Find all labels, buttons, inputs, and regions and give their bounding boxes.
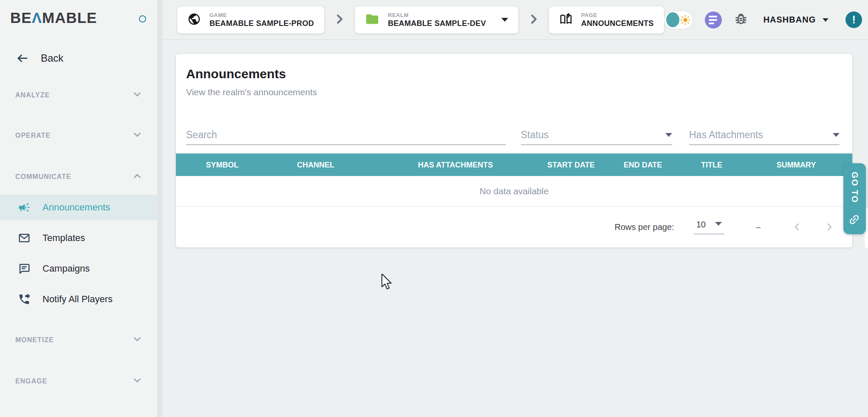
- chat-icon: [18, 262, 31, 275]
- sidebar-scrollbar[interactable]: [157, 0, 161, 417]
- section-label: COMMUNICATE: [15, 173, 71, 181]
- filter-icon[interactable]: [705, 11, 722, 28]
- section-label: MONETIZE: [15, 336, 54, 344]
- mouse-cursor: [381, 274, 394, 292]
- alert-icon[interactable]: !: [845, 11, 862, 28]
- rows-per-page-select[interactable]: 10: [694, 220, 724, 234]
- sidebar-item-announcements[interactable]: Announcements: [0, 195, 158, 220]
- megaphone-icon: [18, 201, 31, 214]
- back-button[interactable]: Back: [16, 52, 63, 65]
- topbar: GAME BEAMABLE SAMPLE-PROD REALM BEAMABLE…: [163, 0, 868, 40]
- sidebar-item-notify-all-players[interactable]: Notify All Players: [0, 287, 158, 312]
- phone-forwarded-icon: [18, 293, 31, 306]
- sidebar-section-operate[interactable]: OPERATE: [0, 127, 158, 145]
- sidebar-item-label: Templates: [42, 233, 85, 244]
- sidebar-section-monetize[interactable]: MONETIZE: [0, 331, 158, 349]
- caret-down-icon: [823, 18, 828, 22]
- sidebar-item-label: Campaigns: [42, 263, 90, 274]
- mail-icon: [18, 232, 31, 244]
- column-header-has-attachments: HAS ATTACHMENTS: [418, 160, 493, 169]
- chevron-right-icon: [527, 13, 540, 27]
- globe-icon: [187, 12, 201, 28]
- column-header-title: TITLE: [701, 160, 722, 169]
- org-name: HASHBANG: [763, 15, 816, 25]
- breadcrumb: GAME BEAMABLE SAMPLE-PROD REALM BEAMABLE…: [177, 6, 664, 34]
- breadcrumb-kind: GAME: [209, 11, 314, 19]
- goto-tab[interactable]: GO TO: [843, 163, 866, 234]
- chevron-down-icon: [132, 89, 143, 102]
- search-field: [186, 125, 506, 145]
- sun-icon: [680, 14, 691, 26]
- chevron-right-icon: [333, 13, 346, 27]
- status-select-label: Status: [521, 129, 549, 141]
- beamable-logo: BEΛMABLE: [10, 9, 97, 26]
- announcements-card: Announcements View the realm's announcem…: [176, 54, 852, 247]
- topbar-actions: HASHBANG !: [664, 10, 868, 30]
- breadcrumb-kind: REALM: [388, 11, 486, 19]
- chevron-down-icon: [132, 129, 143, 142]
- app-window: BEΛMABLE Back ANALYZE OPERATE COMMUNICAT…: [0, 0, 868, 417]
- breadcrumb-kind: PAGE: [581, 11, 654, 19]
- section-label: ANALYZE: [15, 91, 50, 99]
- column-header-summary: SUMMARY: [777, 160, 816, 169]
- column-header-channel: CHANNEL: [297, 160, 334, 169]
- breadcrumb-value: BEAMABLE SAMPLE-DEV: [388, 19, 486, 28]
- search-input[interactable]: [186, 125, 506, 145]
- theme-toggle[interactable]: [664, 11, 693, 29]
- page-subtitle: View the realm's announcements: [186, 87, 317, 97]
- goto-tab-label: GO TO: [850, 172, 860, 203]
- main-content: Announcements View the realm's announcem…: [163, 40, 868, 417]
- org-menu[interactable]: HASHBANG: [763, 15, 829, 25]
- table-empty-state: No data available: [176, 176, 852, 207]
- section-label: OPERATE: [15, 132, 51, 139]
- breadcrumb-value: BEAMABLE SAMPLE-PROD: [209, 19, 314, 28]
- has-attachments-select[interactable]: Has Attachments: [689, 125, 840, 145]
- sidebar-item-label: Notify All Players: [42, 294, 113, 305]
- arrow-left-icon: [16, 52, 29, 65]
- sidebar-item-label: Announcements: [42, 202, 110, 213]
- theme-toggle-knob: [666, 12, 679, 27]
- logo-accent-letter: Λ: [32, 9, 42, 26]
- page-range-text: –: [756, 222, 761, 232]
- pagination-bar: Rows per page: 10 –: [176, 207, 852, 247]
- bug-icon[interactable]: [733, 11, 749, 29]
- column-header-symbol: SYMBOL: [206, 160, 238, 169]
- logo-text: MABLE: [42, 9, 97, 26]
- caret-down-icon: [665, 133, 672, 137]
- sidebar-section-communicate[interactable]: COMMUNICATE: [0, 168, 158, 186]
- sidebar-collapse-toggle-icon[interactable]: [139, 15, 146, 23]
- caret-down-icon: [715, 222, 722, 226]
- logo-text: BE: [10, 9, 32, 26]
- previous-page-button[interactable]: [792, 222, 802, 232]
- chevron-up-icon: [132, 170, 143, 183]
- breadcrumb-page-card[interactable]: PAGE ANNOUNCEMENTS: [549, 6, 664, 34]
- book-icon: [559, 12, 573, 28]
- breadcrumb-value: ANNOUNCEMENTS: [581, 19, 654, 28]
- column-header-end-date: END DATE: [624, 160, 662, 169]
- chevron-down-icon: [132, 375, 143, 388]
- sidebar: BEΛMABLE Back ANALYZE OPERATE COMMUNICAT…: [0, 0, 162, 417]
- section-label: ENGAGE: [15, 377, 47, 385]
- status-select[interactable]: Status: [521, 125, 672, 145]
- empty-state-text: No data available: [480, 186, 549, 196]
- next-page-button[interactable]: [824, 222, 834, 232]
- sidebar-section-engage[interactable]: ENGAGE: [0, 372, 158, 390]
- sidebar-section-analyze[interactable]: ANALYZE: [0, 86, 158, 104]
- folder-icon: [365, 12, 379, 28]
- table-header: SYMBOL CHANNEL HAS ATTACHMENTS START DAT…: [176, 153, 852, 176]
- caret-down-icon[interactable]: [501, 18, 508, 22]
- caret-down-icon: [833, 133, 840, 137]
- rows-per-page-value: 10: [696, 220, 706, 230]
- breadcrumb-realm-card[interactable]: REALM BEAMABLE SAMPLE-DEV: [355, 6, 518, 34]
- link-icon: [845, 210, 864, 230]
- breadcrumb-game-card[interactable]: GAME BEAMABLE SAMPLE-PROD: [177, 6, 324, 34]
- chevron-down-icon: [132, 334, 143, 346]
- back-label: Back: [41, 52, 63, 64]
- sidebar-item-templates[interactable]: Templates: [0, 225, 158, 251]
- has-attachments-select-label: Has Attachments: [689, 129, 763, 141]
- rows-per-page-label: Rows per page:: [615, 222, 674, 232]
- sidebar-item-campaigns[interactable]: Campaigns: [0, 256, 158, 281]
- column-header-start-date: START DATE: [547, 160, 594, 169]
- page-title: Announcements: [186, 67, 286, 81]
